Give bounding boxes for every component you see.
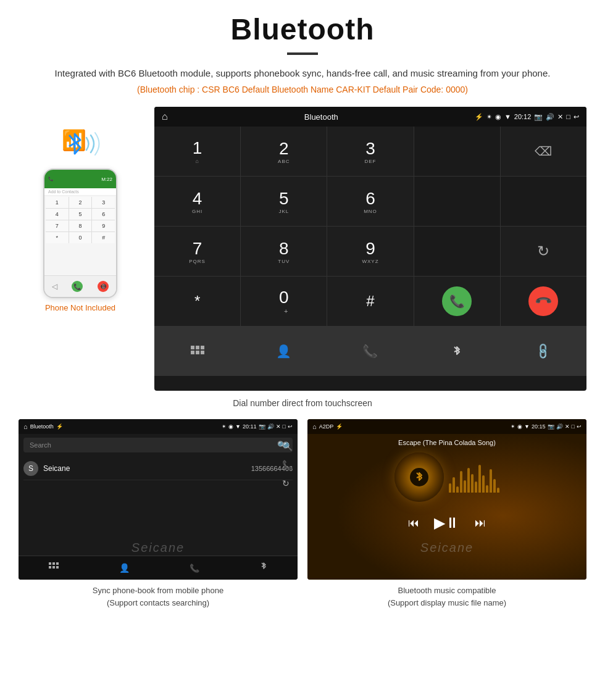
dial-refresh[interactable]: ↻ (501, 227, 586, 276)
music-screen: ⌂ A2DP ⚡ ✴ ◉ ▼ 20:15 📷 🔊 ✕ □ ↩ (307, 419, 586, 580)
dial-key-8[interactable]: 8TUV (241, 227, 327, 276)
phone-key-5: 5 (69, 209, 92, 220)
dial-key-4[interactable]: 4GHI (154, 177, 240, 226)
dial-key-star[interactable]: * (154, 277, 240, 326)
dial-backspace[interactable]: ⌫ (501, 127, 586, 176)
phone-bottom-bar: ◁ 📞 📵 (44, 275, 116, 297)
dial-key-5[interactable]: 5JKL (241, 177, 327, 226)
large-dial-screen: ⌂ Bluetooth ⚡ ✴ ◉ ▼ 20:12 📷 🔊 ✕ □ ↩ (154, 107, 586, 391)
phone-mockup: 📞 M:22 Add to Contacts 1 2 3 4 5 6 7 8 9 (43, 169, 117, 298)
dial-key-1[interactable]: 1⌂ (154, 127, 240, 176)
link-func-btn[interactable]: 🔗 (501, 327, 586, 376)
pb-back-icon[interactable]: ↩ (288, 423, 293, 430)
phonebook-statusbar-right: ✴ ◉ ▼ 20:11 📷 🔊 ✕ □ ↩ (222, 423, 293, 430)
phone-call-indicator: 📞 (48, 177, 54, 181)
svg-rect-11 (56, 566, 59, 569)
dial-key-hash[interactable]: # (327, 277, 413, 326)
back-icon[interactable]: ↩ (574, 113, 579, 121)
pb-side-call-icon[interactable]: 📞 (282, 460, 293, 470)
dialpad-func-btn[interactable] (154, 327, 240, 376)
music-camera-icon: 📷 (548, 423, 554, 430)
pb-close-icon[interactable]: ✕ (276, 423, 281, 430)
eq-bar-8 (475, 481, 477, 493)
pb-contact-row: S Seicane 13566664466 (23, 457, 293, 480)
pb-search-area: Search 🔍 (19, 434, 298, 452)
bluetooth-func-btn[interactable] (414, 327, 500, 376)
usb-icon: ⚡ (475, 113, 483, 121)
pb-search-bar[interactable]: Search 🔍 (23, 438, 293, 452)
call-red-circle: 📞 (528, 286, 558, 316)
phonebook-wrapper: ⌂ Bluetooth ⚡ ✴ ◉ ▼ 20:11 📷 🔊 ✕ □ ↩ (19, 419, 298, 609)
phonebook-caption: Sync phone-book from mobile phone (Suppo… (19, 585, 298, 609)
music-loc-icon: ◉ (517, 423, 522, 430)
prev-track-button[interactable]: ⏮ (408, 517, 419, 530)
music-statusbar-right: ✴ ◉ ▼ 20:15 📷 🔊 ✕ □ ↩ (511, 423, 582, 430)
phone-key-7: 7 (46, 220, 69, 231)
pb-contact-name: Seicane (43, 464, 246, 473)
pb-call-btn[interactable]: 📞 (190, 562, 199, 573)
contacts-func-btn[interactable]: 👤 (241, 327, 327, 376)
pb-call-icon-bottom: 📞 (190, 564, 199, 573)
music-caption-line2: (Support display music file name) (388, 598, 506, 607)
wifi-icon: ▼ (504, 113, 511, 120)
phone-call-button[interactable]: 📞 (72, 281, 83, 292)
statusbar-right: ⚡ ✴ ◉ ▼ 20:12 📷 🔊 ✕ □ ↩ (475, 113, 579, 121)
camera-icon: 📷 (534, 113, 543, 121)
bluetooth-icon-container: 📶 (59, 125, 102, 162)
signal-waves (83, 131, 102, 159)
volume-icon: 🔊 (546, 113, 554, 121)
music-caption-line1: Bluetooth music compatible (398, 586, 496, 595)
svg-rect-0 (191, 346, 194, 349)
play-pause-button[interactable]: ▶⏸ (434, 514, 460, 531)
pb-vol-icon: 🔊 (267, 423, 274, 430)
bt-symbol-svg (64, 129, 86, 160)
phone-key-4: 4 (46, 209, 69, 220)
next-track-button[interactable]: ⏭ (475, 517, 486, 530)
music-usb-icon: ⚡ (336, 423, 343, 430)
pb-side-icons: 🔍 📞 ↻ (282, 438, 293, 488)
pb-side-search-icon[interactable]: 🔍 (282, 441, 293, 451)
phone-key-3: 3 (92, 197, 115, 208)
contacts-icon: 👤 (276, 344, 291, 359)
dial-key-7[interactable]: 7PQRS (154, 227, 240, 276)
dial-key-6[interactable]: 6MNO (327, 177, 413, 226)
phone-status-text: M:22 (101, 177, 112, 182)
pb-side-refresh-icon[interactable]: ↻ (282, 478, 293, 488)
hangup-button[interactable]: 📞 (501, 277, 586, 326)
music-home-icon: ⌂ (312, 423, 317, 430)
pb-app-title: Bluetooth (30, 423, 54, 430)
dial-key-2[interactable]: 2ABC (241, 127, 327, 176)
dial-key-3[interactable]: 3DEF (327, 127, 413, 176)
music-disc-inner (410, 468, 428, 486)
dial-key-9[interactable]: 9WXYZ (327, 227, 413, 276)
pb-wifi-icon: ▼ (235, 423, 241, 430)
pb-bt-btn[interactable] (260, 561, 267, 575)
recents-func-btn[interactable]: 📞 (327, 327, 413, 376)
music-vol-icon: 🔊 (556, 423, 563, 430)
phone-key-8: 8 (69, 220, 92, 231)
music-time: 20:15 (532, 423, 546, 430)
seicane-watermark-pb: Seicane (131, 541, 185, 555)
pb-contacts-btn[interactable]: 👤 (119, 562, 130, 573)
music-back-icon[interactable]: ↩ (577, 423, 582, 430)
music-close-icon[interactable]: ✕ (565, 423, 570, 430)
phone-add-contacts-label: Add to Contacts (48, 190, 79, 194)
dialpad-grid: 1⌂ 2ABC 3DEF ⌫ 4GHI 5JKL (154, 127, 586, 376)
home-icon[interactable]: ⌂ (162, 111, 168, 122)
svg-rect-2 (201, 346, 204, 349)
eq-bar-3 (456, 486, 459, 493)
pb-window-icon: □ (283, 423, 286, 430)
music-statusbar: ⌂ A2DP ⚡ ✴ ◉ ▼ 20:15 📷 🔊 ✕ □ ↩ (307, 419, 586, 434)
pb-grid-btn[interactable] (49, 562, 59, 573)
close-icon[interactable]: ✕ (557, 113, 563, 121)
phonebook-statusbar: ⌂ Bluetooth ⚡ ✴ ◉ ▼ 20:11 📷 🔊 ✕ □ ↩ (19, 419, 298, 434)
pb-search-placeholder: Search (30, 441, 51, 449)
call-button[interactable]: 📞 (414, 277, 500, 326)
dial-key-0[interactable]: 0+ (241, 277, 327, 326)
phone-hangup-button[interactable]: 📵 (98, 281, 109, 292)
eq-bar-7 (471, 474, 474, 493)
window-icon: □ (566, 113, 570, 120)
statusbar-app-title: Bluetooth (304, 112, 338, 122)
music-wrapper: ⌂ A2DP ⚡ ✴ ◉ ▼ 20:15 📷 🔊 ✕ □ ↩ (307, 419, 586, 609)
hangup-icon: 📞 (534, 291, 553, 310)
